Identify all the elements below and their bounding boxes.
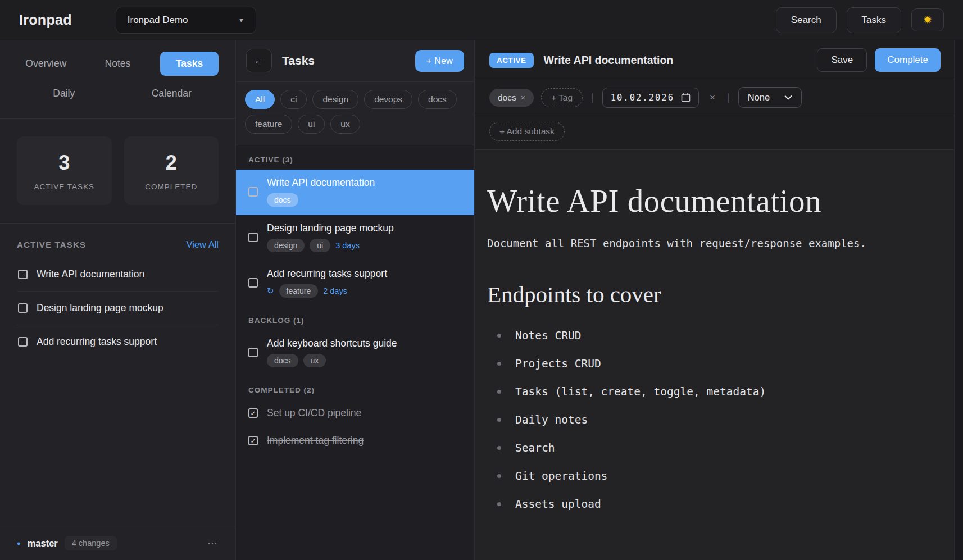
sidebar-tab-overview[interactable]: Overview [10, 52, 82, 76]
recurring-icon: ↻ [267, 286, 274, 296]
add-tag-button[interactable]: + Tag [541, 88, 583, 107]
filter-chip-devops[interactable]: devops [364, 90, 412, 109]
task-row[interactable]: Add keyboard shortcuts guidedocsux [236, 330, 474, 376]
task-label: Design landing page mockup [37, 302, 163, 314]
filter-chip-ui[interactable]: ui [298, 115, 325, 134]
task-checkbox[interactable] [248, 187, 258, 197]
document-body[interactable]: Write API documentation Document all RES… [475, 150, 963, 560]
filter-chip-design[interactable]: design [312, 90, 358, 109]
due-label: 2 days [323, 286, 347, 295]
bullet-item: Assets upload [497, 498, 929, 511]
bullet-item: Daily notes [497, 413, 929, 426]
separator: | [726, 92, 731, 103]
view-all-link[interactable]: View All [187, 239, 219, 250]
stat-value: 3 [58, 151, 70, 175]
filter-chip-ux[interactable]: ux [330, 115, 360, 134]
stats-cards: 3ACTIVE TASKS2COMPLETED [0, 119, 235, 223]
task-checkbox[interactable] [248, 278, 258, 288]
task-meta: docsux [267, 354, 397, 367]
due-label: 3 days [335, 241, 360, 250]
stat-card: 3ACTIVE TASKS [17, 136, 112, 205]
task-title: Add keyboard shortcuts guide [267, 338, 397, 349]
section-label: COMPLETED (2) [236, 376, 474, 400]
task-body: Implement tag filtering [267, 435, 364, 447]
checked-checkbox[interactable]: ✓ [248, 436, 258, 445]
bullet-item: Projects CRUD [497, 357, 929, 370]
main-layout: OverviewNotesTasksDailyCalendar 3ACTIVE … [0, 40, 963, 560]
sidebar: OverviewNotesTasksDailyCalendar 3ACTIVE … [0, 40, 236, 560]
detail-meta-row: docs × + Tag | 10.02.2026 × | None [475, 80, 963, 115]
checked-checkbox[interactable]: ✓ [248, 408, 258, 418]
tag-pill-feature: feature [279, 284, 319, 298]
tag-pill-docs: docs [267, 354, 298, 367]
task-checkbox[interactable] [248, 348, 258, 357]
clear-date-button[interactable]: × [706, 92, 719, 104]
filter-chip-docs[interactable]: docs [418, 90, 457, 109]
add-subtask-button[interactable]: + Add subtask [489, 122, 565, 141]
subtask-row: + Add subtask [475, 115, 963, 150]
sidebar-tabs: OverviewNotesTasksDailyCalendar [0, 40, 235, 118]
task-title: Implement tag filtering [267, 435, 364, 447]
topbar: Ironpad Ironpad Demo ▼ Search Tasks ✹ [0, 0, 963, 40]
task-checkbox[interactable] [248, 233, 258, 242]
task-row[interactable]: ✓Implement tag filtering [236, 427, 474, 455]
bullet-item: Search [497, 441, 929, 454]
calendar-icon[interactable] [681, 93, 691, 102]
document-intro: Document all REST endpoints with request… [487, 237, 929, 249]
task-body: Add keyboard shortcuts guidedocsux [267, 338, 397, 367]
tag-pill-design: design [267, 239, 305, 252]
task-body: Write API documentationdocs [267, 177, 375, 207]
task-row[interactable]: Write API documentationdocs [236, 170, 474, 215]
priority-select[interactable]: None [738, 87, 802, 108]
task-title: Write API documentation [267, 177, 375, 189]
due-date-input[interactable]: 10.02.2026 [602, 88, 699, 108]
section-label: ACTIVE (3) [236, 145, 474, 170]
list-item[interactable]: Add recurring tasks support [17, 325, 219, 358]
more-menu-icon[interactable]: ⋯ [207, 537, 219, 549]
task-detail-panel: ACTIVE Write API documentation Save Comp… [475, 40, 963, 560]
task-row[interactable]: Design landing page mockupdesignui3 days [236, 215, 474, 261]
tag-pill-docs: docs [267, 193, 298, 207]
list-item[interactable]: Design landing page mockup [17, 291, 219, 325]
back-button[interactable]: ← [246, 49, 272, 72]
bullet-item: Tasks (list, create, toggle, metadata) [497, 385, 929, 398]
scrollbar[interactable] [954, 40, 963, 560]
sidebar-tab-notes[interactable]: Notes [89, 52, 147, 76]
list-item[interactable]: Write API documentation [17, 258, 219, 291]
sidebar-tab-daily[interactable]: Daily [37, 81, 90, 106]
sidebar-tab-calendar[interactable]: Calendar [136, 81, 207, 106]
task-label: Add recurring tasks support [37, 336, 157, 348]
project-select[interactable]: Ironpad Demo ▼ [116, 7, 256, 34]
task-row[interactable]: Add recurring tasks support↻feature2 day… [236, 261, 474, 306]
stat-label: ACTIVE TASKS [34, 183, 94, 191]
task-checkbox[interactable] [18, 270, 28, 279]
task-title: Add recurring tasks support [267, 268, 387, 280]
task-label: Write API documentation [37, 268, 144, 280]
bullet-item: Git operations [497, 470, 929, 482]
task-checkbox[interactable] [18, 337, 28, 347]
tag-pill-ux: ux [303, 354, 326, 367]
branch-name: master [28, 538, 58, 549]
remove-tag-icon[interactable]: × [521, 93, 525, 102]
detail-actions: Save Complete [817, 48, 948, 72]
task-panel-title: Tasks [282, 54, 315, 67]
changes-badge: 4 changes [65, 536, 117, 550]
search-button[interactable]: Search [776, 7, 837, 33]
task-panel: ← Tasks + New Allcidesigndevopsdocsfeatu… [236, 40, 475, 560]
detail-title: Write API documentation [544, 54, 674, 67]
tag-pill-docs[interactable]: docs × [489, 89, 534, 107]
complete-button[interactable]: Complete [875, 48, 941, 72]
filter-chip-all[interactable]: All [245, 90, 275, 109]
filter-chip-feature[interactable]: feature [245, 115, 292, 134]
task-panel-header: ← Tasks + New [236, 40, 474, 81]
task-row[interactable]: ✓Set up CI/CD pipeline [236, 400, 474, 427]
theme-toggle-button[interactable]: ✹ [911, 8, 944, 31]
tasks-button[interactable]: Tasks [847, 7, 901, 33]
sidebar-tab-tasks[interactable]: Tasks [160, 52, 219, 76]
due-date-value: 10.02.2026 [611, 93, 674, 103]
stat-card: 2COMPLETED [124, 136, 219, 205]
save-button[interactable]: Save [817, 48, 867, 72]
filter-chip-ci[interactable]: ci [280, 90, 307, 109]
new-task-button[interactable]: + New [415, 50, 464, 72]
task-checkbox[interactable] [18, 303, 28, 313]
